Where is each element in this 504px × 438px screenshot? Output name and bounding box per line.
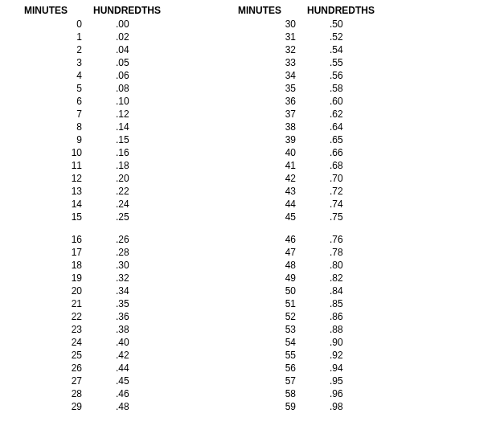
minutes-cell: 36: [238, 95, 302, 108]
table-row: 47.78: [238, 246, 404, 259]
hundredths-cell: .56: [302, 69, 399, 82]
table-row: 52.86: [238, 310, 404, 323]
hundredths-cell: .94: [302, 362, 399, 375]
minutes-cell: 33: [238, 56, 302, 69]
hundredths-cell: .82: [302, 272, 399, 284]
table-row: 29.48: [24, 400, 190, 413]
hundredths-cell: .98: [302, 400, 399, 413]
hundredths-cell: .78: [302, 246, 399, 259]
table-row: 7.12: [24, 108, 190, 121]
table-row: 50.84: [238, 284, 404, 297]
hundredths-cell: .90: [302, 336, 399, 349]
table-row: 6.10: [24, 95, 190, 108]
hundredths-cell: .88: [302, 323, 399, 336]
table-row: 20.34: [24, 284, 190, 297]
minutes-cell: 31: [238, 31, 302, 43]
hundredths-cell: .48: [88, 400, 185, 413]
hundredths-cell: .55: [302, 56, 399, 69]
table-row: 48.80: [238, 259, 404, 272]
table-row: 39.65: [238, 133, 404, 146]
table-row: 46.76: [238, 233, 404, 246]
minutes-cell: 19: [24, 272, 88, 284]
minutes-cell: 5: [24, 82, 88, 95]
minutes-cell: 6: [24, 95, 88, 108]
table-row: 36.60: [238, 95, 404, 108]
hundredths-cell: .24: [88, 198, 185, 211]
hundredths-cell: .74: [302, 198, 399, 211]
row-gap: [238, 223, 404, 233]
hundredths-cell: .76: [302, 233, 399, 246]
hundredths-cell: .05: [88, 56, 185, 69]
hundredths-cell: .66: [302, 146, 399, 159]
table-row: 16.26: [24, 233, 190, 246]
table-row: 32.54: [238, 43, 404, 56]
minutes-cell: 1: [24, 31, 88, 43]
minutes-cell: 50: [238, 284, 302, 297]
table-row: 31.52: [238, 31, 404, 43]
column-headers-right: MINUTES HUNDREDTHS: [238, 5, 404, 16]
minutes-cell: 55: [238, 349, 302, 362]
minutes-cell: 2: [24, 43, 88, 56]
table-row: 19.32: [24, 272, 190, 284]
hundredths-cell: .30: [88, 259, 185, 272]
hundredths-cell: .75: [302, 211, 399, 223]
minutes-cell: 28: [24, 387, 88, 400]
column-headers-left: MINUTES HUNDREDTHS: [24, 5, 190, 16]
table-row: 30.50: [238, 18, 404, 31]
hundredths-cell: .28: [88, 246, 185, 259]
table-row: 43.72: [238, 185, 404, 198]
right-rows: 30.5031.5232.5433.5534.5635.5836.6037.62…: [238, 18, 404, 413]
hundredths-cell: .70: [302, 172, 399, 185]
header-hundredths: HUNDREDTHS: [302, 5, 404, 16]
minutes-cell: 59: [238, 400, 302, 413]
hundredths-cell: .00: [88, 18, 185, 31]
table-row: 37.62: [238, 108, 404, 121]
hundredths-cell: .54: [302, 43, 399, 56]
hundredths-cell: .35: [88, 297, 185, 310]
hundredths-cell: .80: [302, 259, 399, 272]
minutes-cell: 10: [24, 146, 88, 159]
table-row: 21.35: [24, 297, 190, 310]
hundredths-cell: .12: [88, 108, 185, 121]
minutes-cell: 15: [24, 211, 88, 223]
minutes-cell: 42: [238, 172, 302, 185]
hundredths-cell: .18: [88, 159, 185, 172]
minutes-cell: 43: [238, 185, 302, 198]
minutes-cell: 32: [238, 43, 302, 56]
hundredths-cell: .68: [302, 159, 399, 172]
minutes-cell: 3: [24, 56, 88, 69]
table-row: 59.98: [238, 400, 404, 413]
hundredths-cell: .96: [302, 387, 399, 400]
table-row: 13.22: [24, 185, 190, 198]
minutes-cell: 37: [238, 108, 302, 121]
hundredths-cell: .20: [88, 172, 185, 185]
table-row: 18.30: [24, 259, 190, 272]
right-column: MINUTES HUNDREDTHS 30.5031.5232.5433.553…: [238, 5, 404, 413]
minutes-cell: 46: [238, 233, 302, 246]
minutes-cell: 29: [24, 400, 88, 413]
minutes-cell: 7: [24, 108, 88, 121]
hundredths-cell: .10: [88, 95, 185, 108]
hundredths-cell: .52: [302, 31, 399, 43]
table-row: 3.05: [24, 56, 190, 69]
table-row: 56.94: [238, 362, 404, 375]
hundredths-cell: .45: [88, 375, 185, 387]
minutes-cell: 17: [24, 246, 88, 259]
table-row: 10.16: [24, 146, 190, 159]
conversion-table: MINUTES HUNDREDTHS 0.001.022.043.054.065…: [0, 0, 504, 413]
table-row: 51.85: [238, 297, 404, 310]
hundredths-cell: .22: [88, 185, 185, 198]
minutes-cell: 18: [24, 259, 88, 272]
hundredths-cell: .25: [88, 211, 185, 223]
table-row: 42.70: [238, 172, 404, 185]
minutes-cell: 30: [238, 18, 302, 31]
table-row: 34.56: [238, 69, 404, 82]
minutes-cell: 27: [24, 375, 88, 387]
header-minutes: MINUTES: [238, 5, 302, 16]
table-row: 54.90: [238, 336, 404, 349]
table-row: 2.04: [24, 43, 190, 56]
minutes-cell: 20: [24, 284, 88, 297]
minutes-cell: 4: [24, 69, 88, 82]
hundredths-cell: .08: [88, 82, 185, 95]
hundredths-cell: .85: [302, 297, 399, 310]
